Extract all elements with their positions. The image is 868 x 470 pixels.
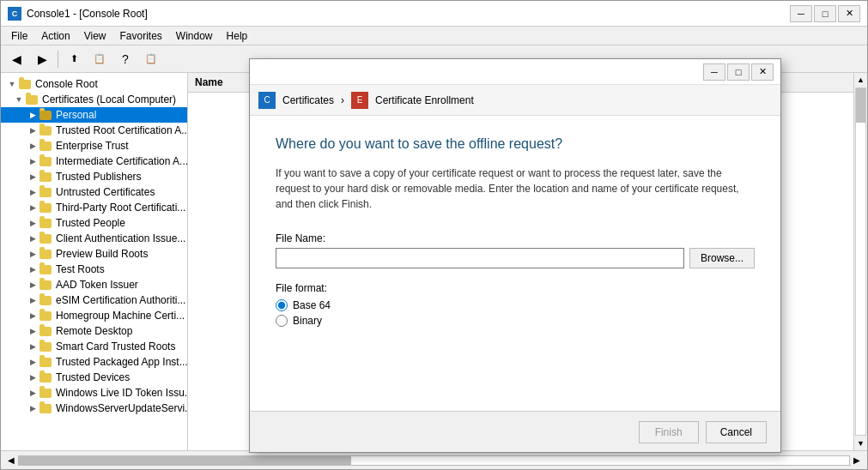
- dialog-nav: C Certificates › E Certificate Enrollmen…: [250, 85, 780, 116]
- file-format-group: File format: Base 64 Binary: [276, 282, 755, 327]
- dialog-maximize-button[interactable]: □: [727, 63, 750, 81]
- radio-base64-label: Base 64: [293, 299, 331, 311]
- radio-binary-option[interactable]: Binary: [276, 315, 755, 327]
- dialog-nav-cert-icon: C: [258, 92, 276, 109]
- dialog-nav-separator: ›: [341, 94, 344, 106]
- file-name-input[interactable]: [276, 248, 684, 268]
- file-name-label: File Name:: [276, 232, 755, 244]
- dialog-title-controls: ─ □ ✕: [703, 63, 774, 81]
- dialog-nav-enrollment-icon: E: [351, 92, 368, 109]
- dialog-nav-cert-label: Certificates: [282, 94, 334, 106]
- dialog-footer: Finish Cancel: [250, 411, 780, 452]
- dialog-body: Where do you want to save the offline re…: [250, 116, 780, 411]
- finish-button[interactable]: Finish: [639, 421, 699, 443]
- dialog-close-button[interactable]: ✕: [751, 63, 774, 81]
- radio-binary-input[interactable]: [276, 315, 288, 327]
- modal-overlay: ─ □ ✕ C Certificates › E Certificate Enr…: [0, 0, 868, 470]
- dialog-minimize-button[interactable]: ─: [703, 63, 725, 81]
- dialog-nav-enrollment-label: Certificate Enrollment: [375, 94, 474, 106]
- radio-base64-input[interactable]: [276, 299, 288, 311]
- cancel-button[interactable]: Cancel: [706, 421, 767, 443]
- file-format-label: File format:: [276, 282, 755, 294]
- dialog-description: If you want to save a copy of your certi…: [276, 166, 755, 212]
- dialog-title-bar: ─ □ ✕: [250, 59, 780, 85]
- browse-button[interactable]: Browse...: [689, 248, 755, 268]
- file-name-group: File Name: Browse...: [276, 232, 755, 268]
- radio-base64-option[interactable]: Base 64: [276, 299, 755, 311]
- radio-binary-label: Binary: [293, 315, 322, 327]
- dialog-heading: Where do you want to save the offline re…: [276, 136, 755, 152]
- enrollment-dialog: ─ □ ✕ C Certificates › E Certificate Enr…: [249, 58, 781, 453]
- file-name-input-row: Browse...: [276, 248, 755, 268]
